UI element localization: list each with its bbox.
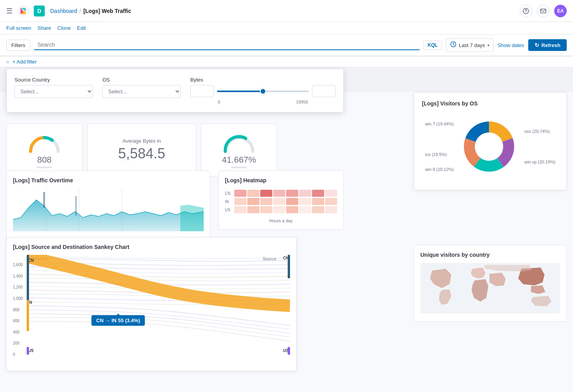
search-input[interactable]	[34, 40, 419, 50]
edit-link[interactable]: Edit	[77, 25, 86, 31]
heatmap-cn-4	[273, 190, 285, 197]
os-select[interactable]: Select...	[102, 85, 181, 98]
metrics-row: 808 Average Bytes in 5,584.5 41.667%	[6, 123, 277, 176]
bytes-range	[190, 85, 336, 97]
heatmap-row-in: IN	[225, 200, 234, 204]
svg-rect-3	[540, 9, 546, 13]
heatmap-us-8	[325, 206, 337, 213]
svg-text:US: US	[28, 348, 34, 353]
source-country-select[interactable]: Select...	[15, 85, 93, 98]
y-1200: 1,200	[13, 285, 27, 289]
bytes-min-label: 0	[218, 100, 220, 104]
heatmap-us-7	[312, 206, 324, 213]
svg-rect-9	[75, 196, 77, 216]
heatmap-x-label: Hours a day	[225, 218, 337, 223]
source-country-group: Source Country Select...	[15, 77, 93, 98]
svg-rect-26	[288, 347, 290, 355]
visitors-card-title: [Logs] Visitors by OS	[422, 100, 558, 107]
kibana-logo	[17, 5, 30, 17]
source-country-label: Source Country	[15, 77, 93, 83]
range-fill	[217, 91, 263, 92]
world-map-svg	[420, 263, 560, 314]
heatmap-card: [Logs] Heatmap CN IN	[218, 171, 344, 230]
bytes-max-label: 19956	[296, 100, 308, 104]
map-card-title: Unique visitors by country	[420, 252, 560, 258]
gauge-1-value: 808	[37, 155, 52, 165]
heatmap-in-4	[273, 198, 285, 205]
heatmap-in-5	[286, 198, 298, 205]
chevron-down-icon: ▾	[487, 43, 489, 47]
avg-bytes-value: 5,584.5	[118, 145, 165, 162]
sankey-card: [Logs] Source and Destination Sankey Cha…	[6, 237, 297, 371]
bytes-group: Bytes 0 19956	[190, 77, 336, 104]
sankey-y-axis: 1,600 1,400 1,200 1,000 800 600 400 200 …	[13, 263, 27, 357]
sankey-chart-container: 1,600 1,400 1,200 1,000 800 600 400 200 …	[13, 255, 290, 365]
share-link[interactable]: Share	[38, 25, 51, 31]
app-icon: D	[34, 5, 45, 16]
add-filter-row[interactable]: ○ + Add filter	[0, 56, 573, 67]
y-1600: 1,600	[13, 263, 27, 267]
hamburger-icon[interactable]: ☰	[6, 7, 13, 15]
heatmap-in-7	[312, 198, 324, 205]
refresh-icon: ↻	[535, 42, 539, 48]
heatmap-cn-6	[299, 190, 311, 197]
breadcrumb-dashboard[interactable]: Dashboard	[50, 8, 77, 14]
gauge-card-1: 808	[6, 123, 82, 176]
heatmap-grid: CN IN	[225, 188, 337, 216]
topbar-actions: EA	[520, 5, 567, 17]
refresh-button[interactable]: ↻ Refresh	[528, 39, 567, 51]
traffic-chart-area	[13, 188, 204, 235]
gauge-bar-2	[231, 167, 247, 168]
map-card: Unique visitors by country	[414, 245, 567, 322]
breadcrumb: Dashboard / [Logs] Web Traffic	[50, 8, 520, 14]
range-track[interactable]	[217, 91, 309, 92]
breadcrumb-separator: /	[80, 8, 81, 14]
avg-bytes-label: Average Bytes in	[122, 138, 161, 144]
help-button[interactable]	[520, 5, 532, 17]
filterbar: Filters KQL Last 7 days ▾ Show dates ↻ R…	[0, 34, 573, 56]
heatmap-row-cn: CN	[225, 191, 234, 196]
svg-text:CN: CN	[28, 258, 34, 263]
time-filter[interactable]: Last 7 days ▾	[446, 38, 494, 52]
fullscreen-link[interactable]: Full screen	[6, 25, 31, 31]
circle-icon: ○	[6, 59, 9, 65]
clone-link[interactable]: Clone	[57, 25, 71, 31]
gauge-card-2: 41.667%	[201, 123, 277, 176]
mail-button[interactable]	[537, 5, 549, 17]
svg-rect-24	[27, 347, 29, 355]
bytes-min-input[interactable]	[190, 85, 214, 97]
donut-svg	[458, 115, 520, 178]
heatmap-in-2	[247, 198, 259, 205]
bytes-max-input[interactable]	[312, 85, 336, 97]
traffic-chart-svg	[13, 188, 204, 231]
heatmap-card-title: [Logs] Heatmap	[225, 177, 337, 183]
topbar: ☰ D Dashboard / [Logs] Web Traffic EA	[0, 0, 573, 22]
y-600: 600	[13, 319, 27, 323]
svg-point-16	[475, 132, 503, 161]
user-avatar[interactable]: EA	[554, 5, 567, 17]
heatmap-in-6	[299, 198, 311, 205]
kql-badge[interactable]: KQL	[423, 40, 442, 50]
os-legend-osx: osx (20.74%)	[524, 129, 555, 134]
heatmap-us-2	[247, 206, 259, 213]
os-legend-win7: win 7 (19.44%)	[425, 122, 454, 126]
y-200: 200	[13, 341, 27, 345]
heatmap-us-5	[286, 206, 298, 213]
gauge-2-value: 41.667%	[222, 155, 256, 165]
svg-point-0	[17, 5, 30, 17]
refresh-label: Refresh	[542, 42, 560, 48]
add-filter-label[interactable]: + Add filter	[13, 59, 37, 65]
heatmap-cn-3	[260, 190, 272, 197]
y-1000: 1,000	[13, 296, 27, 301]
svg-rect-8	[43, 192, 45, 208]
range-thumb[interactable]	[260, 88, 266, 94]
gauge-svg-1	[27, 132, 62, 153]
y-400: 400	[13, 330, 27, 334]
show-dates-button[interactable]: Show dates	[498, 42, 524, 48]
avg-bytes-card: Average Bytes in 5,584.5	[87, 123, 196, 176]
heatmap-us-4	[273, 206, 285, 213]
content-area: Source Country Select... OS Select... By…	[0, 69, 573, 392]
gauge-bar	[36, 167, 52, 168]
os-group: OS Select...	[102, 77, 181, 98]
svg-rect-22	[27, 255, 29, 302]
